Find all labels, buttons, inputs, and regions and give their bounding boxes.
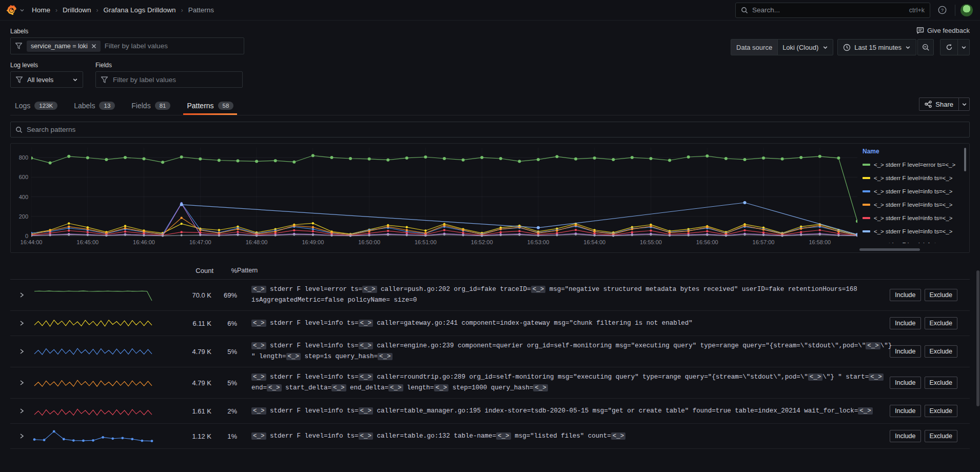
pattern-percent: 5% <box>213 343 237 360</box>
pattern-sparkline <box>33 399 162 423</box>
legend-item[interactable]: <_> stderr F level=info ts=<_> <box>858 238 966 243</box>
pattern-wildcard-token: <_> <box>251 373 266 381</box>
pattern-percent: 69% <box>213 287 237 304</box>
chart-legend: Name <_> stderr F level=error ts=<_><_> … <box>858 147 966 243</box>
pattern-count: 1.12 K <box>162 428 213 445</box>
legend-series-label: <_> stderr F level=info ts=<_> <box>874 202 952 208</box>
fields-filter-input[interactable]: Filter by label values <box>95 71 243 88</box>
log-levels-title: Log levels <box>10 62 83 69</box>
share-label: Share <box>935 101 953 108</box>
patterns-chart-panel: 0200400600800 16:44:0016:45:0016:46:0016… <box>10 143 970 253</box>
legend-item[interactable]: <_> stderr F level=info ts=<_> <box>858 171 966 185</box>
breadcrumb-separator: › <box>96 7 99 14</box>
exclude-button[interactable]: Exclude <box>925 289 957 301</box>
refresh-interval-chevron-down-icon[interactable] <box>958 40 969 55</box>
breadcrumb-separator: › <box>55 7 57 14</box>
grafana-logo-icon[interactable] <box>5 4 17 16</box>
search-icon <box>15 126 23 133</box>
pattern-wildcard-token: <_> <box>331 384 346 391</box>
expand-row-button[interactable] <box>10 403 33 419</box>
exclude-button[interactable]: Exclude <box>925 430 957 442</box>
log-levels-group: Log levels All levels <box>10 62 83 88</box>
patterns-search[interactable] <box>10 122 970 137</box>
pattern-table-row: 1.61 K2%<_> stderr F level=info ts=<_> c… <box>10 399 970 424</box>
refresh-split-button <box>940 39 970 55</box>
x-axis-tick: 16:52:00 <box>471 239 493 245</box>
legend-horizontal-scrollbar[interactable] <box>859 248 920 251</box>
pattern-text: <_> stderr F level=info ts=<_> caller=ga… <box>237 313 893 333</box>
close-icon[interactable] <box>91 44 96 49</box>
legend-series-color <box>863 177 870 179</box>
tab-label: Patterns <box>187 102 213 110</box>
legend-item[interactable]: <_> stderr F level=info ts=<_> <box>858 185 966 198</box>
pattern-actions: IncludeExclude <box>893 425 970 447</box>
exclude-button[interactable]: Exclude <box>925 317 957 329</box>
refresh-icon <box>946 44 953 51</box>
include-button[interactable]: Include <box>890 289 920 301</box>
datasource-picker[interactable]: Data source Loki (Cloud) <box>731 39 833 55</box>
expand-row-button[interactable] <box>10 375 33 390</box>
toolbar-right: Give feedback Data source Loki (Cloud) L… <box>731 27 970 55</box>
include-button[interactable]: Include <box>890 405 920 417</box>
legend-item[interactable]: <_> stderr F level=error ts=<_> <box>858 158 966 171</box>
zoom-out-icon <box>922 44 930 51</box>
legend-vertical-scrollbar[interactable] <box>964 148 966 171</box>
pattern-wildcard-token: <_> <box>434 384 449 391</box>
expand-row-button[interactable] <box>10 344 33 359</box>
top-nav: Home›Drilldown›Grafana Logs Drilldown›Pa… <box>0 0 980 21</box>
tab-labels[interactable]: Labels13 <box>69 98 120 115</box>
share-button[interactable]: Share <box>919 97 958 111</box>
pattern-percent: 1% <box>213 428 237 445</box>
legend-name-header[interactable]: Name <box>863 148 966 155</box>
pattern-wildcard-token: <_> <box>866 342 880 349</box>
org-switcher-chevron-down-icon[interactable] <box>19 8 25 13</box>
fields-filter-group: Fields Filter by label values <box>95 62 243 88</box>
breadcrumb-item-grafana-logs-drilldown[interactable]: Grafana Logs Drilldown <box>104 6 176 14</box>
legend-series-label: <_> stderr F level=info ts=<_> <box>874 228 952 234</box>
pattern-wildcard-token: <_> <box>858 407 873 415</box>
y-axis-tick: 600 <box>11 174 28 180</box>
exclude-button[interactable]: Exclude <box>925 345 957 358</box>
y-axis-tick: 400 <box>11 194 28 200</box>
log-levels-select[interactable]: All levels <box>10 71 83 88</box>
refresh-button[interactable] <box>940 40 958 55</box>
include-button[interactable]: Include <box>890 377 920 389</box>
breadcrumb-item-drilldown[interactable]: Drilldown <box>63 6 91 14</box>
y-axis-tick: 0 <box>11 233 28 239</box>
breadcrumb-item-home[interactable]: Home <box>32 6 50 14</box>
pattern-wildcard-token: <_> <box>611 432 626 440</box>
global-search[interactable]: ctrl+k <box>735 3 930 18</box>
expand-row-button[interactable] <box>10 287 33 303</box>
search-input[interactable] <box>752 6 909 14</box>
expand-row-button[interactable] <box>10 316 33 331</box>
legend-item[interactable]: <_> stderr F level=info ts=<_> <box>858 211 966 225</box>
expand-row-button[interactable] <box>10 428 33 444</box>
tab-fields[interactable]: Fields81 <box>127 98 175 115</box>
funnel-icon <box>15 76 23 84</box>
fields-title: Fields <box>95 62 243 69</box>
zoom-out-button[interactable] <box>917 39 934 55</box>
time-range-picker[interactable]: Last 15 minutes <box>837 39 916 55</box>
share-icon <box>925 101 932 108</box>
patterns-timeseries-chart[interactable] <box>31 148 857 237</box>
tab-patterns[interactable]: Patterns58 <box>182 98 238 115</box>
tab-logs[interactable]: Logs123K <box>10 98 62 115</box>
help-icon[interactable]: ? <box>934 3 950 18</box>
pattern-text: <_> stderr F level=info ts=<_> caller=en… <box>237 336 893 367</box>
patterns-search-input[interactable] <box>27 126 965 133</box>
page-vertical-scrollbar[interactable] <box>976 270 979 406</box>
include-button[interactable]: Include <box>890 317 920 329</box>
label-filter-chip[interactable]: service_name = loki <box>27 41 101 52</box>
exclude-button[interactable]: Exclude <box>925 405 957 417</box>
legend-item[interactable]: <_> stderr F level=info ts=<_> <box>858 198 966 211</box>
exclude-button[interactable]: Exclude <box>925 377 957 389</box>
labels-filter-input[interactable]: service_name = loki Filter by label valu… <box>10 37 244 54</box>
user-avatar[interactable] <box>961 4 973 16</box>
topnav-right: ctrl+k ? <box>735 3 973 18</box>
labels-filter-group: Labels service_name = loki Filter by lab… <box>10 28 244 55</box>
include-button[interactable]: Include <box>890 345 920 358</box>
share-chevron-down-icon[interactable] <box>958 97 970 111</box>
legend-item[interactable]: <_> stderr F level=info ts=<_> <box>858 225 966 238</box>
give-feedback-link[interactable]: Give feedback <box>916 27 970 34</box>
include-button[interactable]: Include <box>890 430 920 442</box>
